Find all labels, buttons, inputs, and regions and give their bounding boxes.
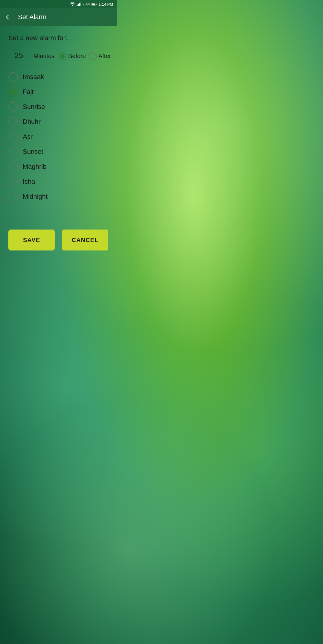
cancel-button[interactable]: CANCEL [62,230,108,250]
prayer-item-fajr[interactable]: Fajr [8,87,108,97]
prayer-radio-dhuhr[interactable] [8,117,18,127]
prayer-radio-midnight[interactable] [8,192,18,201]
save-button[interactable]: SAVE [8,230,55,250]
svg-rect-5 [92,3,95,5]
prayer-item-maghrib[interactable]: Maghrib [8,162,108,171]
prayer-item-asr[interactable]: Asr [8,132,108,142]
before-radio-item[interactable]: Before [59,52,86,60]
status-icons: 70% [70,2,97,6]
prayer-radio-sunrise[interactable] [8,102,18,112]
status-bar: 70% 1:14 PM [0,0,117,8]
after-label: After [98,53,111,60]
status-time: 1:14 PM [99,2,113,7]
prayer-radio-isha[interactable] [8,177,18,186]
toolbar-title: Set Alarm [18,13,46,21]
prayer-list: ImsaakFajrSunriseDhuhrAsrSunsetMaghribIs… [8,72,108,201]
prayer-item-isha[interactable]: Isha [8,177,108,186]
battery-icon [92,2,97,6]
after-radio-item[interactable]: After [89,52,111,60]
before-label: Before [68,53,86,60]
wifi-icon [70,2,75,6]
prayer-item-sunset[interactable]: Sunset [8,147,108,157]
direction-radio-group: Before After [59,52,111,60]
toolbar: Set Alarm [0,8,117,26]
svg-rect-2 [79,3,80,6]
prayer-label-sunset: Sunset [23,148,43,156]
prayer-radio-imsaak[interactable] [8,72,18,82]
prayer-radio-fajr[interactable] [8,87,18,97]
back-button[interactable] [5,13,12,21]
svg-rect-3 [80,2,81,6]
prayer-radio-maghrib[interactable] [8,162,18,171]
alarm-settings-row: Minutes Before After [8,51,108,61]
prayer-label-asr: Asr [23,133,33,141]
minutes-input[interactable] [8,51,29,61]
svg-rect-1 [78,4,79,6]
prayer-label-fajr: Fajr [23,88,34,96]
signal-icon [77,2,81,6]
battery-percent: 70% [83,2,90,6]
prayer-item-midnight[interactable]: Midnight [8,192,108,201]
prayer-label-maghrib: Maghrib [23,163,46,171]
prayer-item-sunrise[interactable]: Sunrise [8,102,108,112]
svg-rect-6 [96,4,97,5]
section-title: Set a new alarm for: [8,34,108,42]
before-radio-circle[interactable] [59,52,66,60]
prayer-radio-sunset[interactable] [8,147,18,157]
prayer-label-isha: Isha [23,178,35,186]
action-buttons: SAVE CANCEL [0,230,117,250]
minutes-label: Minutes [33,53,54,60]
main-content: Set a new alarm for: Minutes Before Afte… [0,26,117,224]
prayer-radio-asr[interactable] [8,132,18,142]
prayer-label-dhuhr: Dhuhr [23,118,41,126]
prayer-item-dhuhr[interactable]: Dhuhr [8,117,108,127]
prayer-label-imsaak: Imsaak [23,73,44,81]
prayer-label-midnight: Midnight [23,193,48,201]
after-radio-circle[interactable] [89,52,97,60]
prayer-item-imsaak[interactable]: Imsaak [8,72,108,82]
svg-rect-0 [77,5,77,6]
prayer-label-sunrise: Sunrise [23,103,45,111]
